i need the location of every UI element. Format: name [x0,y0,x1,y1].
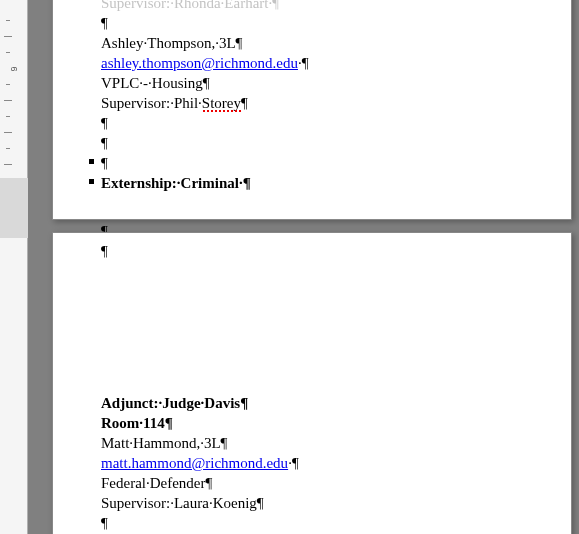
bullet-icon [89,179,94,184]
page-2[interactable]: ¶ Adjunct:·Judge·Davis¶ Room·114¶ Matt·H… [52,232,572,534]
student-name: Matt·Hammond,·3L¶ [101,433,559,453]
spelling-error: Storey [202,93,241,113]
blank-paragraph: ¶ [101,113,559,133]
org-line: VPLC·-·Housing¶ [101,73,559,93]
ruler-number: 9 [9,55,19,83]
supervisor-line: Supervisor:·Laura·Koenig¶ [101,493,559,513]
student-email-line: matt.hammond@richmond.edu·¶ [101,453,559,473]
header-paragraph: ¶ [101,241,559,261]
adjunct-line: Adjunct:·Judge·Davis¶ [101,393,559,413]
email-link[interactable]: matt.hammond@richmond.edu [101,455,288,471]
student-name: Ashley·Thompson,·3L¶ [101,33,559,53]
bullet-icon [89,159,94,164]
org-line: Federal·Defender¶ [101,473,559,493]
blank-paragraph: ¶ [101,513,559,533]
blank-paragraph: ¶ [101,13,559,33]
email-link[interactable]: ashley.thompson@richmond.edu [101,55,298,71]
bulleted-blank: ¶ [101,153,559,173]
supervisor-line-prev: Supervisor:·Rhonda·Earhart·¶ [101,0,559,13]
supervisor-line: Supervisor:·Phil·Storey¶ [101,93,559,113]
vertical-ruler: 9 [0,0,28,534]
room-line: Room·114¶ [101,413,559,433]
blank-paragraph: ¶ [101,133,559,153]
student-email-line: ashley.thompson@richmond.edu·¶ [101,53,559,73]
page-1[interactable]: Supervisor:·Rhonda·Earhart·¶ ¶ Ashley·Th… [52,0,572,220]
document-workspace: Supervisor:·Rhonda·Earhart·¶ ¶ Ashley·Th… [28,0,579,534]
externship-heading: Externship:·Criminal·¶ [101,173,559,193]
